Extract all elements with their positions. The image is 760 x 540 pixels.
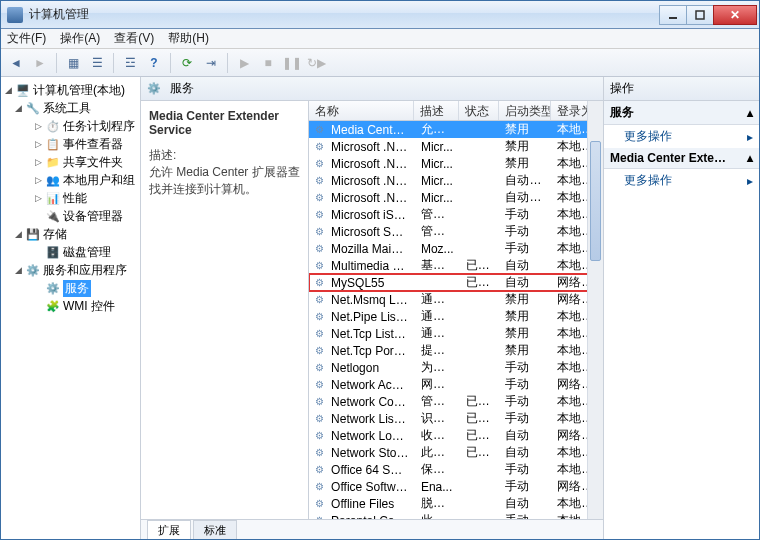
service-row[interactable]: ⚙Net.Tcp Port Sh...提供...禁用本地服务 bbox=[309, 342, 603, 359]
center-title: 服务 bbox=[170, 80, 194, 97]
gear-icon: ⚙ bbox=[313, 446, 325, 460]
menu-view[interactable]: 查看(V) bbox=[114, 30, 154, 47]
service-row[interactable]: ⚙Net.Pipe Listene...通过...禁用本地服务 bbox=[309, 308, 603, 325]
cell-type: 手动 bbox=[499, 410, 551, 427]
properties-button[interactable]: ☰ bbox=[86, 52, 108, 74]
tree-device-manager[interactable]: 🔌设备管理器 bbox=[1, 207, 140, 225]
minimize-button[interactable] bbox=[659, 5, 687, 25]
service-row[interactable]: ⚙Multimedia Clas...基于...已启动自动本地系统 bbox=[309, 257, 603, 274]
tree-root[interactable]: ◢🖥️计算机管理(本地) bbox=[1, 81, 140, 99]
nav-tree[interactable]: ◢🖥️计算机管理(本地) ◢🔧系统工具 ▷⏱️任务计划程序 ▷📋事件查看器 ▷📁… bbox=[1, 77, 141, 539]
service-row[interactable]: ⚙Media Center Ex...允许 ...禁用本地服务 bbox=[309, 121, 603, 138]
tree-event-viewer[interactable]: ▷📋事件查看器 bbox=[1, 135, 140, 153]
cell-name: Microsoft iSCSI I... bbox=[325, 208, 415, 222]
menu-action[interactable]: 操作(A) bbox=[60, 30, 100, 47]
service-row[interactable]: ⚙Microsoft .NET F...Micr...禁用本地系统 bbox=[309, 155, 603, 172]
cell-desc: Moz... bbox=[415, 242, 460, 256]
col-startup-type[interactable]: 启动类型 bbox=[499, 101, 551, 120]
chevron-right-icon: ▸ bbox=[747, 174, 753, 188]
tree-wmi[interactable]: 🧩WMI 控件 bbox=[1, 297, 140, 315]
action-more-services[interactable]: 更多操作▸ bbox=[604, 125, 759, 148]
tab-extended[interactable]: 扩展 bbox=[147, 520, 191, 539]
tree-services[interactable]: ⚙️服务 bbox=[1, 279, 140, 297]
service-row[interactable]: ⚙Network Connec...管理...已启动手动本地系统 bbox=[309, 393, 603, 410]
menu-file[interactable]: 文件(F) bbox=[7, 30, 46, 47]
cell-type: 自动(延迟... bbox=[499, 189, 551, 206]
list-scrollbar[interactable] bbox=[587, 101, 603, 519]
stop-service-button: ■ bbox=[257, 52, 279, 74]
cell-type: 手动 bbox=[499, 478, 551, 495]
cell-name: Netlogon bbox=[325, 361, 415, 375]
service-row[interactable]: ⚙Net.Msmq Liste...通过...禁用网络服务 bbox=[309, 291, 603, 308]
cell-type: 禁用 bbox=[499, 138, 551, 155]
cell-name: Network Access ... bbox=[325, 378, 415, 392]
maximize-button[interactable] bbox=[686, 5, 714, 25]
gear-icon: ⚙ bbox=[313, 412, 325, 426]
tree-storage[interactable]: ◢💾存储 bbox=[1, 225, 140, 243]
service-row[interactable]: ⚙Mozilla Mainten...Moz...手动本地系统 bbox=[309, 240, 603, 257]
service-row[interactable]: ⚙Netlogon为用...手动本地系统 bbox=[309, 359, 603, 376]
service-row[interactable]: ⚙Microsoft .NET F...Micr...禁用本地系统 bbox=[309, 138, 603, 155]
cell-desc: 通过... bbox=[415, 291, 460, 308]
gear-icon: ⚙ bbox=[313, 361, 325, 375]
services-icon: ⚙️ bbox=[147, 82, 161, 96]
service-row[interactable]: ⚙Network Store I...此服...已启动自动本地服务 bbox=[309, 444, 603, 461]
action-more-selected[interactable]: 更多操作▸ bbox=[604, 169, 759, 192]
cell-desc: Micr... bbox=[415, 191, 460, 205]
col-name[interactable]: 名称 bbox=[309, 101, 414, 120]
tab-standard[interactable]: 标准 bbox=[193, 520, 237, 539]
export-button[interactable]: ☲ bbox=[119, 52, 141, 74]
cell-name: Net.Pipe Listene... bbox=[325, 310, 415, 324]
action-group-selected[interactable]: Media Center Extender S...▴ bbox=[604, 148, 759, 169]
action-group-services[interactable]: 服务▴ bbox=[604, 101, 759, 125]
detail-desc-label: 描述: bbox=[149, 147, 300, 164]
refresh-button[interactable]: ⟳ bbox=[176, 52, 198, 74]
service-row[interactable]: ⚙Office Software ...Ena...手动网络服务 bbox=[309, 478, 603, 495]
service-row[interactable]: ⚙Network Locatio...收集...已启动自动网络服务 bbox=[309, 427, 603, 444]
cell-name: Net.Tcp Listener... bbox=[325, 327, 415, 341]
export-list-button[interactable]: ⇥ bbox=[200, 52, 222, 74]
service-row[interactable]: ⚙Network Access ...网络...手动网络服务 bbox=[309, 376, 603, 393]
gear-icon: ⚙ bbox=[313, 395, 325, 409]
col-desc[interactable]: 描述 bbox=[414, 101, 459, 120]
service-row[interactable]: ⚙Office 64 Source...保存...手动本地系统 bbox=[309, 461, 603, 478]
tree-disk-management[interactable]: 🗄️磁盘管理 bbox=[1, 243, 140, 261]
service-row[interactable]: ⚙Microsoft .NET F...Micr...自动(延迟...本地系统 bbox=[309, 172, 603, 189]
service-row[interactable]: ⚙Network List Ser...识别...已启动手动本地服务 bbox=[309, 410, 603, 427]
detail-title: Media Center Extender Service bbox=[149, 109, 300, 137]
tree-services-apps[interactable]: ◢⚙️服务和应用程序 bbox=[1, 261, 140, 279]
gear-icon: ⚙ bbox=[313, 378, 325, 392]
cell-name: Office 64 Source... bbox=[325, 463, 415, 477]
menu-help[interactable]: 帮助(H) bbox=[168, 30, 209, 47]
tree-task-scheduler[interactable]: ▷⏱️任务计划程序 bbox=[1, 117, 140, 135]
tree-shared-folders[interactable]: ▷📁共享文件夹 bbox=[1, 153, 140, 171]
cell-type: 自动 bbox=[499, 257, 551, 274]
cell-type: 手动 bbox=[499, 393, 551, 410]
service-row[interactable]: ⚙Parental Controls此服...手动本地服务 bbox=[309, 512, 603, 519]
gear-icon: ⚙ bbox=[313, 259, 325, 273]
service-row[interactable]: ⚙Offline Files脱机...自动本地系统 bbox=[309, 495, 603, 512]
cell-name: Mozilla Mainten... bbox=[325, 242, 415, 256]
tree-systools[interactable]: ◢🔧系统工具 bbox=[1, 99, 140, 117]
col-status[interactable]: 状态 bbox=[459, 101, 499, 120]
tree-performance[interactable]: ▷📊性能 bbox=[1, 189, 140, 207]
tree-local-users[interactable]: ▷👥本地用户和组 bbox=[1, 171, 140, 189]
service-row[interactable]: ⚙Microsoft .NET F...Micr...自动(延迟...本地系统 bbox=[309, 189, 603, 206]
window-title: 计算机管理 bbox=[29, 6, 660, 23]
back-button[interactable]: ◄ bbox=[5, 52, 27, 74]
service-row[interactable]: ⚙Microsoft Softw...管理...手动本地系统 bbox=[309, 223, 603, 240]
service-row[interactable]: ⚙Net.Tcp Listener...通过...禁用本地服务 bbox=[309, 325, 603, 342]
show-hide-tree-button[interactable]: ▦ bbox=[62, 52, 84, 74]
close-button[interactable]: ✕ bbox=[713, 5, 757, 25]
cell-name: Network List Ser... bbox=[325, 412, 415, 426]
scrollbar-thumb[interactable] bbox=[590, 141, 601, 261]
help-button[interactable]: ? bbox=[143, 52, 165, 74]
cell-name: Media Center Ex... bbox=[325, 123, 415, 137]
service-list[interactable]: ⚙Media Center Ex...允许 ...禁用本地服务⚙Microsof… bbox=[309, 121, 603, 519]
cell-desc: 此服... bbox=[415, 444, 460, 461]
cell-type: 自动(延迟... bbox=[499, 172, 551, 189]
service-row[interactable]: ⚙MySQL55已启动自动网络服务 bbox=[309, 274, 603, 291]
service-row[interactable]: ⚙Microsoft iSCSI I...管理...手动本地系统 bbox=[309, 206, 603, 223]
cell-desc: 为用... bbox=[415, 359, 460, 376]
titlebar: 计算机管理 ✕ bbox=[1, 1, 759, 29]
